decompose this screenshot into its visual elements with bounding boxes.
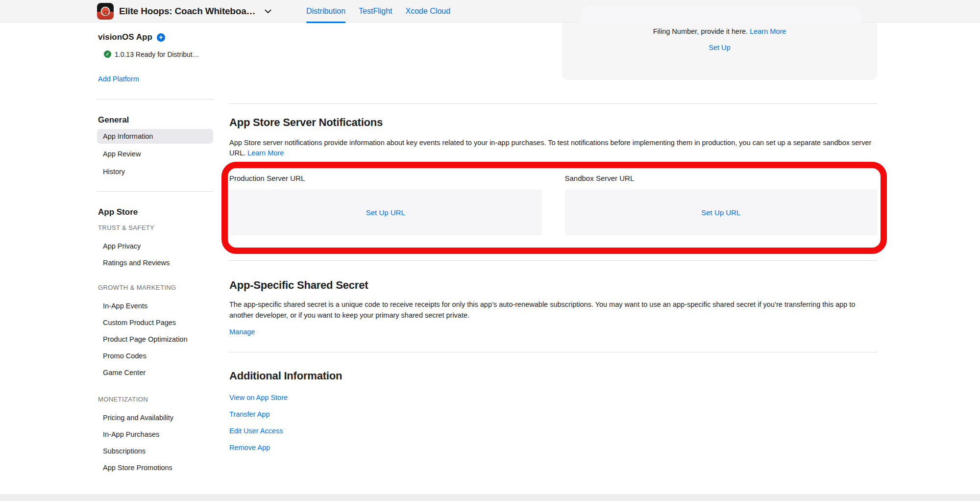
filing-number-card: Filing Number, provide it here. Learn Mo… xyxy=(562,23,877,80)
sidebar-item-promo-codes[interactable]: Promo Codes xyxy=(97,349,213,363)
sidebar-item-in-app-events[interactable]: In-App Events xyxy=(97,299,213,313)
header-blur-decoration xyxy=(581,6,861,23)
sandbox-server-column: Sandbox Server URL Set Up URL xyxy=(565,174,878,235)
ready-checkmark-icon xyxy=(104,50,111,58)
section-divider xyxy=(229,260,877,261)
sidebar: visionOS App 1.0.13 Ready for Distribut…… xyxy=(97,23,213,475)
sandbox-server-url-panel: Set Up URL xyxy=(565,189,878,235)
production-server-url-panel: Set Up URL xyxy=(229,189,542,235)
app-title: Elite Hoops: Coach Whiteboa… xyxy=(119,6,255,17)
subhead-growth-marketing: GROWTH & MARKETING xyxy=(97,284,213,292)
sidebar-item-app-information[interactable]: App Information xyxy=(97,129,213,144)
server-notifications-title: App Store Server Notifications xyxy=(229,116,877,129)
tab-testflight[interactable]: TestFlight xyxy=(359,0,392,23)
top-navigation-bar: Elite Hoops: Coach Whiteboa… Distributio… xyxy=(0,0,980,23)
production-server-column: Production Server URL Set Up URL xyxy=(229,174,542,235)
chevron-down-icon xyxy=(265,9,271,14)
additional-information-title: Additional Information xyxy=(229,370,877,382)
add-platform-link[interactable]: Add Platform xyxy=(97,75,213,83)
sidebar-item-history[interactable]: History xyxy=(97,164,213,179)
sidebar-item-app-review[interactable]: App Review xyxy=(97,147,213,161)
shared-secret-description: The app-specific shared secret is a uniq… xyxy=(229,300,877,321)
version-status-row[interactable]: 1.0.13 Ready for Distribut… xyxy=(97,50,213,58)
production-set-up-url-link[interactable]: Set Up URL xyxy=(366,208,405,217)
tab-distribution[interactable]: Distribution xyxy=(306,0,345,23)
sidebar-item-product-page-optimization[interactable]: Product Page Optimization xyxy=(97,332,213,347)
subhead-trust-safety: TRUST & SAFETY xyxy=(97,224,213,232)
view-on-app-store-link[interactable]: View on App Store xyxy=(229,394,877,402)
transfer-app-link[interactable]: Transfer App xyxy=(229,410,877,419)
sidebar-item-subscriptions[interactable]: Subscriptions xyxy=(97,444,213,458)
version-status-label: 1.0.13 Ready for Distribut… xyxy=(115,50,199,58)
section-divider xyxy=(229,103,877,104)
primary-tabs: Distribution TestFlight Xcode Cloud xyxy=(306,0,450,23)
sidebar-divider xyxy=(97,99,213,100)
shared-secret-title: App-Specific Shared Secret xyxy=(229,279,877,292)
remove-app-link[interactable]: Remove App xyxy=(229,444,877,452)
sidebar-item-in-app-purchases[interactable]: In-App Purchases xyxy=(97,427,213,442)
sidebar-item-custom-product-pages[interactable]: Custom Product Pages xyxy=(97,315,213,330)
sidebar-item-pricing-and-availability[interactable]: Pricing and Availability xyxy=(97,410,213,425)
additional-information-links: View on App Store Transfer App Edit User… xyxy=(229,394,877,452)
production-server-url-label: Production Server URL xyxy=(229,174,542,183)
basketball-emblem-icon xyxy=(101,7,110,16)
sandbox-set-up-url-link[interactable]: Set Up URL xyxy=(701,208,740,217)
sandbox-server-url-label: Sandbox Server URL xyxy=(565,174,878,183)
general-group-title: General xyxy=(97,115,213,125)
app-switcher[interactable]: Elite Hoops: Coach Whiteboa… xyxy=(97,0,271,23)
tab-xcode-cloud[interactable]: Xcode Cloud xyxy=(406,0,451,23)
sidebar-item-app-store-promotions[interactable]: App Store Promotions xyxy=(97,460,213,475)
app-icon xyxy=(97,3,114,20)
server-url-columns: Production Server URL Set Up URL Sandbox… xyxy=(229,174,877,235)
sidebar-item-ratings-and-reviews[interactable]: Ratings and Reviews xyxy=(97,255,213,270)
footer-strip xyxy=(0,494,980,501)
edit-user-access-link[interactable]: Edit User Access xyxy=(229,427,877,436)
app-store-group-title: App Store xyxy=(97,207,213,217)
server-notifications-learn-more-link[interactable]: Learn More xyxy=(247,149,284,157)
sidebar-divider xyxy=(97,191,213,192)
filing-card-text: Filing Number, provide it here. xyxy=(653,27,748,35)
filing-learn-more-link[interactable]: Learn More xyxy=(750,27,786,35)
server-notifications-description: App Store server notifications provide i… xyxy=(229,139,871,157)
filing-set-up-link[interactable]: Set Up xyxy=(709,44,730,51)
platform-section-header: visionOS App xyxy=(97,32,213,42)
sidebar-item-game-center[interactable]: Game Center xyxy=(97,365,213,380)
main-content: App Store Server Notifications App Store… xyxy=(229,80,877,460)
section-divider xyxy=(229,352,877,352)
add-version-button[interactable] xyxy=(157,33,165,42)
platform-title: visionOS App xyxy=(98,32,152,42)
subhead-monetization: MONETIZATION xyxy=(97,396,213,403)
sidebar-item-app-privacy[interactable]: App Privacy xyxy=(97,239,213,253)
manage-link[interactable]: Manage xyxy=(229,328,255,337)
